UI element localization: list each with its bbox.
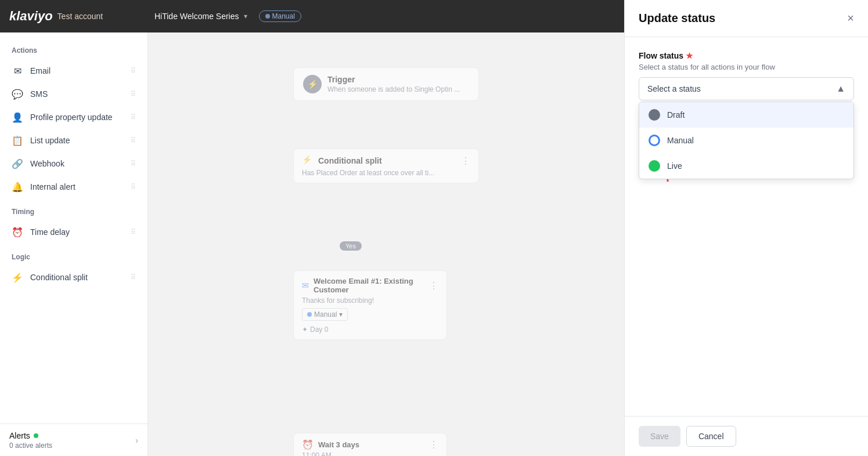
day-badge-icon: ✦ [302, 325, 308, 334]
wait-header: ⏰ Wait 3 days ⋮ [302, 439, 438, 450]
canvas-inner: ⚡ Trigger When someone is added to Singl… [148, 32, 624, 456]
wait-icon: ⏰ [302, 439, 314, 450]
sidebar-item-profile-property[interactable]: 👤 Profile property update ⠿ [0, 106, 147, 129]
modal-header: Update status × [625, 0, 868, 37]
list-icon: 📋 [12, 135, 23, 146]
yes-badge: Yes [340, 241, 362, 251]
status-dropdown-list: Draft Manual Live [639, 102, 854, 179]
flow-status-desc: Select a status for all actions in your … [639, 63, 854, 71]
wait-time: 11:00 AM [302, 451, 438, 456]
main-canvas[interactable]: ⚡ Trigger When someone is added to Singl… [148, 32, 624, 456]
split-menu-icon[interactable]: ⋮ [461, 155, 470, 167]
flow-status-label: Flow status ★ [639, 51, 854, 60]
trigger-icon: ⚡ [303, 75, 322, 93]
modal-title: Update status [639, 12, 715, 25]
cancel-button[interactable]: Cancel [686, 426, 736, 447]
live-status-icon [649, 160, 660, 172]
select-chevron-icon: ▲ [836, 84, 845, 94]
close-button[interactable]: × [847, 12, 854, 25]
profile-drag-handle[interactable]: ⠿ [131, 113, 136, 121]
sms-drag-handle[interactable]: ⠿ [131, 90, 136, 98]
sidebar-item-split-label: Conditional split [30, 273, 88, 282]
split-title-row: ⚡ Conditional split [302, 155, 382, 167]
alerts-icon-wrap: Alerts 0 active alerts [9, 431, 52, 450]
select-placeholder: Select a status [647, 84, 701, 93]
email-status-chevron: ▾ [339, 310, 343, 319]
time-drag-handle[interactable]: ⠿ [131, 228, 136, 236]
internal-alert-icon: 🔔 [12, 181, 23, 193]
sidebar-item-internal-alert[interactable]: 🔔 Internal alert ⠿ [0, 175, 147, 198]
status-select-wrapper: Select a status ▲ Draft Manual Live [639, 77, 854, 100]
webhook-icon: 🔗 [12, 158, 23, 169]
trigger-node[interactable]: ⚡ Trigger When someone is added to Singl… [293, 67, 479, 101]
sidebar-item-internal-left: 🔔 Internal alert [12, 181, 75, 193]
logic-section-title: Logic [0, 248, 147, 266]
sidebar-item-sms[interactable]: 💬 SMS ⠿ [0, 82, 147, 106]
dropdown-item-live[interactable]: Live [639, 153, 853, 179]
split-node[interactable]: ⚡ Conditional split ⋮ Has Placed Order a… [293, 149, 479, 183]
manual-badge-label: Manual [272, 12, 295, 20]
trigger-title: Trigger [327, 75, 460, 84]
sidebar-item-conditional-split[interactable]: ⚡ Conditional split ⠿ [0, 266, 147, 289]
conditional-split-icon: ⚡ [12, 272, 23, 283]
modal-footer: Save Cancel [625, 416, 868, 456]
sidebar-item-internal-label: Internal alert [30, 182, 75, 191]
split-header: ⚡ Conditional split ⋮ [302, 155, 470, 167]
email-status-label: Manual [314, 310, 337, 319]
alerts-sub-text: 0 active alerts [9, 441, 52, 450]
manual-badge[interactable]: Manual [259, 10, 301, 22]
account-name: Test account [57, 12, 103, 21]
sidebar-item-email-label: Email [30, 66, 51, 75]
alerts-text: Alerts [9, 431, 30, 440]
sidebar-item-email[interactable]: ✉ Email ⠿ [0, 59, 147, 82]
dropdown-item-manual[interactable]: Manual [639, 128, 853, 153]
sidebar-item-list-update[interactable]: 📋 List update ⠿ [0, 129, 147, 152]
wait-title-row: ⏰ Wait 3 days [302, 439, 359, 450]
email-node[interactable]: ✉ Welcome Email #1: Existing Customer ⋮ … [293, 270, 447, 340]
time-delay-icon: ⏰ [12, 226, 23, 238]
split-sub: Has Placed Order at least once over all … [302, 169, 470, 177]
status-select[interactable]: Select a status ▲ [639, 77, 854, 100]
alerts-bar[interactable]: Alerts 0 active alerts › [0, 424, 148, 456]
day-badge: ✦ Day 0 [302, 325, 438, 334]
alerts-chevron-icon: › [135, 436, 138, 445]
list-drag-handle[interactable]: ⠿ [131, 136, 136, 144]
manual-status-icon [649, 135, 660, 146]
email-node-menu[interactable]: ⋮ [429, 280, 438, 291]
split-drag-handle[interactable]: ⠿ [131, 273, 136, 281]
trigger-sub: When someone is added to Single Optin ..… [327, 85, 460, 93]
profile-icon: 👤 [12, 111, 23, 123]
sidebar-item-time-label: Time delay [30, 227, 70, 237]
manual-label: Manual [667, 136, 694, 145]
sidebar-item-split-left: ⚡ Conditional split [12, 272, 88, 283]
sms-icon: 💬 [12, 88, 23, 100]
email-node-header: ✉ Welcome Email #1: Existing Customer ⋮ [302, 277, 438, 294]
required-star: ★ [686, 51, 693, 60]
wait-menu-icon[interactable]: ⋮ [429, 439, 438, 450]
alerts-active-dot [34, 433, 38, 438]
sidebar-item-sms-left: 💬 SMS [12, 88, 48, 100]
modal-body: Flow status ★ Select a status for all ac… [625, 37, 868, 416]
webhook-drag-handle[interactable]: ⠿ [131, 160, 136, 168]
sidebar-item-webhook-left: 🔗 Webhook [12, 158, 64, 169]
email-status-dropdown[interactable]: Manual ▾ [302, 308, 348, 321]
dropdown-item-draft[interactable]: Draft [639, 102, 853, 128]
timing-section-title: Timing [0, 203, 147, 220]
save-button[interactable]: Save [639, 426, 680, 447]
flow-status-label-text: Flow status [639, 51, 683, 60]
sidebar: Actions ✉ Email ⠿ 💬 SMS ⠿ 👤 Profile prop… [0, 32, 148, 456]
actions-section-title: Actions [0, 42, 147, 59]
email-node-icon: ✉ [302, 281, 309, 290]
brand: klaviyo Test account [9, 9, 154, 24]
email-status-dot [307, 312, 312, 317]
flow-title-text[interactable]: HiTide Welcome Series [154, 12, 239, 21]
wait-node[interactable]: ⏰ Wait 3 days ⋮ 11:00 AM [293, 433, 447, 456]
internal-drag-handle[interactable]: ⠿ [131, 183, 136, 191]
sidebar-item-list-left: 📋 List update [12, 135, 70, 146]
klaviyo-logo: klaviyo [9, 9, 53, 24]
sidebar-item-webhook[interactable]: 🔗 Webhook ⠿ [0, 152, 147, 175]
email-drag-handle[interactable]: ⠿ [131, 67, 136, 75]
sidebar-item-sms-label: SMS [30, 89, 48, 99]
flow-chevron-icon[interactable]: ▾ [244, 12, 247, 20]
sidebar-item-time-delay[interactable]: ⏰ Time delay ⠿ [0, 220, 147, 244]
